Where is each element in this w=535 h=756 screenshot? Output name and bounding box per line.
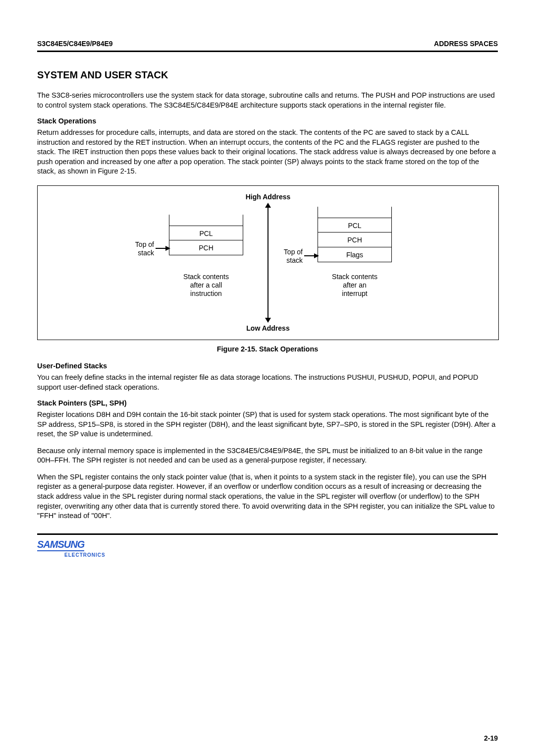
address-axis-arrow-down xyxy=(265,318,271,323)
header-left: S3C84E5/C84E9/P84E9 xyxy=(37,40,113,48)
sec1-after-italic: after xyxy=(158,158,172,166)
top-of-stack-left-label: Top of stack xyxy=(124,240,154,257)
call-stack-side-right xyxy=(243,215,243,226)
stack-pointers-p3: When the SPL register contains the only … xyxy=(37,472,498,521)
electronics-label: ELECTRONICS xyxy=(64,552,498,558)
footer-rule xyxy=(37,533,498,535)
stack-operations-paragraph: Return addresses for procedure calls, in… xyxy=(37,128,498,176)
interrupt-stack: PCL PCH Flags xyxy=(318,218,392,262)
top-of-stack-right-arrow-head xyxy=(314,253,319,258)
low-address-label: Low Address xyxy=(38,324,498,333)
call-stack: PCL PCH xyxy=(169,226,243,255)
top-of-stack-left-arrow-line xyxy=(156,248,166,249)
stack-pointers-p1: Register locations D8H and D9H contain t… xyxy=(37,410,498,439)
stack-pointers-heading: Stack Pointers (SPL, SPH) xyxy=(37,399,498,407)
page-number: 2-19 xyxy=(484,734,498,742)
interrupt-stack-pch: PCH xyxy=(318,233,392,247)
high-address-label: High Address xyxy=(38,193,498,201)
page-header: S3C84E5/C84E9/P84E9 ADDRESS SPACES xyxy=(37,40,498,52)
call-stack-caption: Stack contents after a call instruction xyxy=(169,273,243,297)
interrupt-stack-side-right xyxy=(391,207,392,218)
interrupt-stack-flags: Flags xyxy=(318,247,392,262)
stack-pointers-p2: Because only internal memory space is im… xyxy=(37,446,498,465)
address-axis-line xyxy=(268,207,268,319)
call-stack-pch: PCH xyxy=(169,240,243,255)
user-defined-stacks-heading: User-Defined Stacks xyxy=(37,362,498,370)
intro-paragraph: The S3C8-series microcontrollers use the… xyxy=(37,91,498,110)
section-title: SYSTEM AND USER STACK xyxy=(37,69,498,81)
footer-logo-block: SAMSUNG ELECTRONICS xyxy=(37,539,498,558)
stack-diagram: High Address Low Address PCL PCH Top of … xyxy=(37,185,499,340)
samsung-logo: SAMSUNG xyxy=(37,539,84,551)
call-stack-side-left xyxy=(169,215,169,226)
top-of-stack-right-arrow-line xyxy=(304,255,315,256)
interrupt-stack-pcl: PCL xyxy=(318,218,392,233)
header-right: ADDRESS SPACES xyxy=(434,40,498,48)
call-stack-pcl: PCL xyxy=(169,226,243,240)
top-of-stack-left-arrow-head xyxy=(165,246,170,251)
stack-operations-heading: Stack Operations xyxy=(37,117,498,125)
user-defined-stacks-paragraph: You can freely define stacks in the inte… xyxy=(37,373,498,392)
interrupt-stack-caption: Stack contents after an interrupt xyxy=(318,273,392,297)
interrupt-stack-side-left xyxy=(318,207,318,218)
figure-caption: Figure 2-15. Stack Operations xyxy=(37,345,498,353)
address-axis-arrow-up xyxy=(265,203,271,208)
top-of-stack-right-label: Top of stack xyxy=(273,248,303,265)
